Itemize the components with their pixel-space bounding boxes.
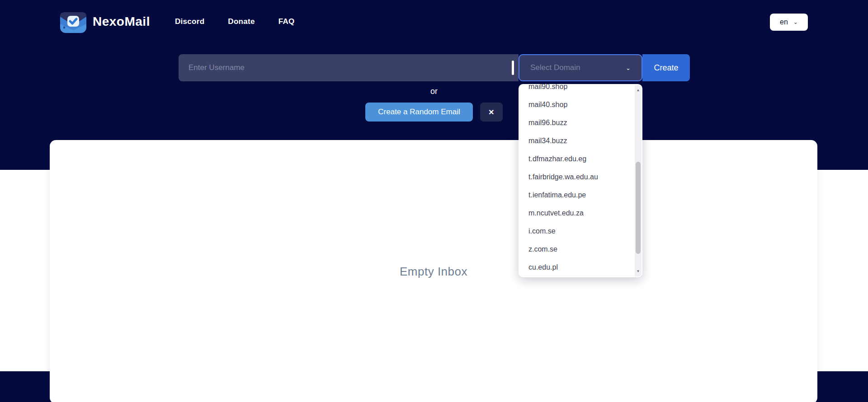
domain-select-placeholder: Select Domain (530, 63, 580, 72)
create-random-email-button[interactable]: Create a Random Email (365, 103, 472, 122)
domain-option[interactable]: t.fairbridge.wa.edu.au (519, 168, 634, 186)
close-button[interactable]: ✕ (480, 103, 503, 122)
domain-option[interactable]: mail34.buzz (519, 132, 634, 150)
dropdown-scrollbar[interactable]: ▲ ▼ (635, 85, 642, 276)
domain-option[interactable]: t.dfmazhar.edu.eg (519, 150, 634, 168)
scroll-down-icon[interactable]: ▼ (635, 268, 642, 275)
random-email-row: Create a Random Email ✕ (0, 103, 868, 122)
top-header: NexoMail Discord Donate FAQ en ⌄ (0, 0, 868, 43)
domain-select[interactable]: Select Domain ⌄ (519, 54, 642, 81)
chevron-down-icon: ⌄ (626, 65, 631, 71)
domain-option[interactable]: cu.edu.pl (519, 258, 634, 276)
email-create-form: Select Domain ⌄ Create (179, 54, 690, 81)
nav-link-faq[interactable]: FAQ (278, 17, 295, 26)
close-icon: ✕ (488, 108, 494, 116)
main-nav: Discord Donate FAQ (175, 17, 295, 26)
domain-option[interactable]: mail90.shop (519, 84, 634, 96)
domain-option-list: mail90.shopmail40.shopmail96.buzzmail34.… (519, 84, 634, 276)
nav-link-discord[interactable]: Discord (175, 17, 204, 26)
input-divider (512, 61, 514, 75)
scrollbar-thumb[interactable] (636, 162, 641, 254)
domain-option[interactable]: mail96.buzz (519, 114, 634, 132)
or-separator-label: or (0, 87, 868, 96)
scroll-up-icon[interactable]: ▲ (635, 87, 642, 93)
envelope-check-icon (60, 10, 86, 33)
brand-home-link[interactable]: NexoMail (60, 10, 150, 33)
language-select[interactable]: en ⌄ (770, 14, 808, 31)
chevron-down-icon: ⌄ (793, 19, 798, 25)
domain-option[interactable]: m.ncutvet.edu.za (519, 204, 634, 222)
inbox-panel: Empty Inbox (50, 140, 817, 402)
empty-inbox-message: Empty Inbox (400, 265, 467, 279)
nav-link-donate[interactable]: Donate (228, 17, 255, 26)
language-selected-value: en (780, 18, 788, 26)
brand-name: NexoMail (93, 14, 150, 29)
domain-option[interactable]: i.com.se (519, 222, 634, 240)
domain-option[interactable]: t.ienfatima.edu.pe (519, 186, 634, 204)
create-button[interactable]: Create (642, 54, 690, 81)
domain-dropdown-menu: mail90.shopmail40.shopmail96.buzzmail34.… (519, 84, 642, 277)
username-input[interactable] (179, 54, 519, 81)
domain-option[interactable]: z.com.se (519, 240, 634, 258)
domain-option[interactable]: mail40.shop (519, 96, 634, 114)
